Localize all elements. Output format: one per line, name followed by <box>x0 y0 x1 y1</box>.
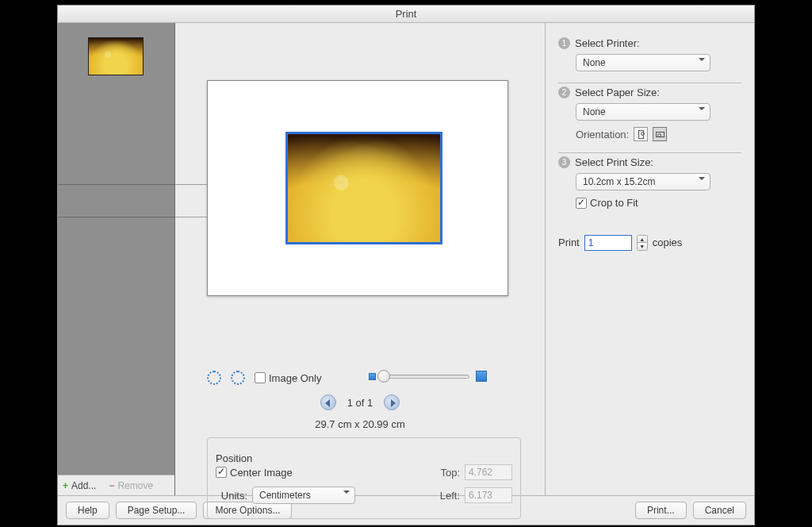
preview-pane: Image Only 1 of 1 29.7 cm x 20.99 cm Pos… <box>175 23 546 495</box>
step-1-label: Select Printer: <box>575 37 640 49</box>
print-button[interactable]: Print... <box>635 502 687 519</box>
top-label: Top: <box>428 467 460 479</box>
remove-button: Remove <box>117 480 153 491</box>
crop-to-fit-label: Crop to Fit <box>590 197 638 209</box>
zoom-max-icon <box>476 371 487 382</box>
copies-spinner[interactable]: ▲ ▼ <box>637 235 648 251</box>
printer-combo[interactable]: None <box>576 54 710 71</box>
cancel-button[interactable]: Cancel <box>693 502 746 519</box>
settings-pane: 1 Select Printer: None 2 Select Paper Si… <box>546 23 754 495</box>
paper-dimensions: 29.7 cm x 20.99 cm <box>175 418 545 430</box>
step-printer: 1 Select Printer: None <box>558 37 741 83</box>
spinner-down-icon[interactable]: ▼ <box>638 243 647 250</box>
units-combo[interactable]: Centimeters <box>252 487 355 504</box>
paper-preview[interactable] <box>207 80 508 296</box>
center-image-label: Center Image <box>230 467 293 479</box>
print-size-combo[interactable]: 10.2cm x 15.2cm <box>576 173 710 190</box>
step-3-label: Select Print Size: <box>575 156 653 168</box>
step-paper: 2 Select Paper Size: None Orientation: <box>558 87 741 153</box>
image-only-label: Image Only <box>269 372 321 384</box>
help-button[interactable]: Help <box>66 502 109 519</box>
step-1-badge: 1 <box>558 37 570 49</box>
copies-input[interactable] <box>584 235 632 251</box>
thumbnail-image <box>89 38 143 75</box>
orientation-portrait-button[interactable] <box>634 127 648 141</box>
crop-to-fit-checkbox[interactable]: Crop to Fit <box>576 197 638 209</box>
orientation-landscape-button[interactable] <box>653 127 667 141</box>
step-2-badge: 2 <box>558 87 570 98</box>
zoom-min-icon <box>369 373 376 380</box>
print-dialog: Print + Add... − Remove <box>57 5 755 525</box>
zoom-slider[interactable] <box>382 375 469 379</box>
image-only-checkbox[interactable]: Image Only <box>255 372 321 384</box>
copies-suffix: copies <box>653 237 683 248</box>
paper-size-combo[interactable]: None <box>576 103 710 121</box>
spinner-up-icon[interactable]: ▲ <box>638 236 647 243</box>
orientation-label: Orientation: <box>576 129 629 140</box>
sidebar: + Add... − Remove <box>58 23 175 495</box>
top-input <box>465 464 512 480</box>
remove-icon: − <box>109 480 114 491</box>
position-legend: Position <box>216 452 252 464</box>
image-preview[interactable] <box>285 132 442 244</box>
center-image-checkbox[interactable]: Center Image <box>216 467 293 479</box>
step-3-badge: 3 <box>558 156 570 168</box>
next-page-button[interactable] <box>384 394 400 410</box>
add-button[interactable]: Add... <box>71 480 96 491</box>
rotate-cw-icon[interactable] <box>231 371 245 385</box>
units-label: Units: <box>216 490 247 502</box>
step-print-size: 3 Select Print Size: 10.2cm x 15.2cm Cro… <box>558 156 741 262</box>
page-setup-button[interactable]: Page Setup... <box>116 502 197 519</box>
add-icon: + <box>63 480 68 491</box>
left-label: Left: <box>428 490 460 502</box>
position-group: Position Center Image Top: Units: <box>207 437 521 519</box>
page-indicator: 1 of 1 <box>347 397 373 409</box>
zoom-knob[interactable] <box>377 370 390 383</box>
window-title: Print <box>58 6 754 23</box>
prev-page-button[interactable] <box>320 394 336 410</box>
copies-prefix: Print <box>558 237 580 248</box>
step-2-label: Select Paper Size: <box>575 87 660 98</box>
left-input <box>465 487 512 503</box>
thumbnail-item[interactable] <box>88 37 144 75</box>
rotate-ccw-icon[interactable] <box>207 371 221 385</box>
